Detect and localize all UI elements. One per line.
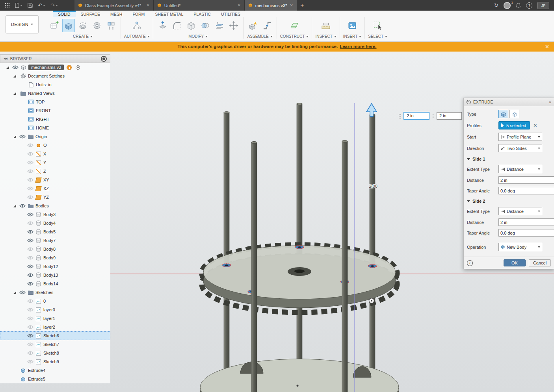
gear-body[interactable]: [202, 245, 397, 312]
tree-item-origin-geometry[interactable]: XY: [0, 176, 110, 184]
visibility-eye-icon[interactable]: [27, 360, 35, 364]
tree-item-sketch[interactable]: layer2: [0, 323, 110, 331]
tree-folder-bodies[interactable]: Bodies: [0, 202, 110, 210]
tree-folder-origin[interactable]: Origin: [0, 132, 110, 141]
notifications-button[interactable]: [516, 3, 521, 8]
visibility-eye-icon[interactable]: [27, 221, 35, 225]
extrude-tool-button[interactable]: [62, 19, 75, 32]
insert-button[interactable]: [346, 19, 359, 32]
ribbon-tab[interactable]: MESH: [105, 11, 127, 17]
tree-folder-sketches[interactable]: Sketches: [0, 288, 110, 297]
tree-item-sketch[interactable]: Sketch7: [0, 340, 110, 349]
visibility-eye-icon[interactable]: [27, 187, 35, 190]
ribbon-tab[interactable]: PLASTIC: [188, 11, 216, 17]
ribbon-tab[interactable]: SOLID: [53, 11, 76, 17]
visibility-eye-icon[interactable]: [27, 195, 35, 199]
tree-item-named-view[interactable]: RIGHT: [0, 115, 110, 124]
side1-taper-field[interactable]: [498, 187, 554, 194]
drag-handle-icon[interactable]: [433, 114, 433, 115]
new-component-button[interactable]: [247, 19, 259, 32]
info-icon[interactable]: i: [467, 260, 473, 266]
shell-button[interactable]: [185, 19, 197, 32]
visibility-eye-icon[interactable]: [27, 273, 35, 277]
assemble-group-dropdown[interactable]: ASSEMBLE: [247, 34, 273, 39]
tree-item-sketch[interactable]: 0: [0, 297, 110, 305]
extrude-type-thin-button[interactable]: [509, 110, 519, 118]
visibility-eye-icon[interactable]: [27, 213, 35, 216]
banner-close-icon[interactable]: ✕: [545, 44, 549, 50]
document-tab[interactable]: Untitled* ✕: [154, 0, 245, 11]
visibility-eye-icon[interactable]: [19, 290, 27, 294]
profiles-selection-chip[interactable]: 5 selected: [498, 121, 530, 129]
select-group-dropdown[interactable]: SELECT: [368, 34, 387, 39]
construct-group-dropdown[interactable]: CONSTRUCT: [280, 34, 309, 39]
measure-button[interactable]: [320, 19, 332, 32]
visibility-eye-icon[interactable]: [27, 308, 35, 312]
side2-distance-input[interactable]: [437, 112, 462, 120]
tree-item-origin-geometry[interactable]: Z: [0, 167, 110, 176]
visibility-eye-icon[interactable]: [27, 230, 35, 234]
expanded-arrow-icon[interactable]: [13, 135, 16, 138]
combine-button[interactable]: [199, 19, 212, 32]
help-button[interactable]: ?: [526, 2, 532, 9]
visibility-eye-icon[interactable]: [27, 239, 35, 242]
visibility-eye-icon[interactable]: [27, 178, 35, 182]
automate-tool-button[interactable]: [130, 19, 143, 32]
visibility-eye-icon[interactable]: [27, 342, 35, 346]
side2-distance-field[interactable]: [498, 218, 554, 226]
create-group-dropdown[interactable]: CREATE: [73, 34, 93, 39]
tree-item-origin-geometry[interactable]: Y: [0, 158, 110, 167]
tree-item-named-view[interactable]: TOP: [0, 98, 110, 106]
expanded-arrow-icon[interactable]: [13, 75, 16, 78]
tree-item-feature-extrude[interactable]: Extrude4: [0, 366, 110, 375]
revolve-tool-button[interactable]: [76, 19, 89, 32]
new-tab-button[interactable]: +: [297, 0, 307, 11]
tree-item-body[interactable]: Body13: [0, 271, 110, 279]
visibility-eye-icon[interactable]: [27, 143, 35, 147]
tree-item-units[interactable]: Units: in: [0, 80, 110, 89]
press-pull-button[interactable]: [156, 19, 169, 32]
side2-section-header[interactable]: Side 2: [467, 199, 551, 203]
tree-item-root[interactable]: mechanisms v3: [0, 63, 110, 72]
cancel-button[interactable]: Cancel: [529, 259, 551, 266]
browser-header[interactable]: ◀◀ BROWSER: [0, 54, 110, 63]
document-tab[interactable]: mechanisms v3* ✕: [245, 0, 297, 11]
clear-selection-icon[interactable]: ✕: [533, 123, 537, 128]
visibility-eye-icon[interactable]: [27, 325, 35, 329]
close-tab-icon[interactable]: ✕: [237, 3, 240, 7]
app-grid-icon[interactable]: [5, 3, 10, 8]
ok-button[interactable]: OK: [504, 259, 526, 266]
expanded-arrow-icon[interactable]: [6, 66, 9, 69]
pattern-tool-button[interactable]: [105, 19, 117, 32]
offset-face-button[interactable]: [213, 19, 226, 32]
tree-item-origin-geometry[interactable]: X: [0, 150, 110, 158]
extrude-type-solid-button[interactable]: [498, 110, 508, 118]
job-status-button[interactable]: ↻: [494, 3, 498, 8]
side1-section-header[interactable]: Side 1: [467, 157, 551, 161]
document-tab[interactable]: Class Example Assembly v4* ✕: [74, 0, 154, 11]
visibility-eye-icon[interactable]: [27, 299, 35, 303]
tree-item-sketch[interactable]: layer1: [0, 314, 110, 323]
visibility-eye-icon[interactable]: [27, 152, 35, 156]
tree-folder-named-views[interactable]: Named Views: [0, 89, 110, 98]
ribbon-tab[interactable]: FORM: [127, 11, 150, 17]
tree-item-named-view[interactable]: FRONT: [0, 106, 110, 115]
base-plate[interactable]: [200, 359, 399, 392]
visibility-eye-icon[interactable]: [19, 135, 27, 139]
ribbon-tab[interactable]: UTILITIES: [216, 11, 245, 17]
ribbon-tab[interactable]: SURFACE: [76, 11, 106, 17]
browser-options-icon[interactable]: [101, 56, 107, 62]
user-avatar-button[interactable]: JP: [537, 2, 549, 9]
expanded-arrow-icon[interactable]: [13, 92, 16, 95]
visibility-eye-icon[interactable]: [27, 169, 35, 173]
shaft-front-right[interactable]: [342, 140, 348, 392]
automate-group-dropdown[interactable]: AUTOMATE: [124, 34, 150, 39]
fillet-button[interactable]: [171, 19, 183, 32]
visibility-eye-icon[interactable]: [27, 282, 35, 286]
profile-circle[interactable]: [295, 246, 304, 249]
tree-item-feature-extrude[interactable]: Extrude5: [0, 375, 110, 383]
tree-item-body[interactable]: Body5: [0, 227, 110, 236]
tree-item-body[interactable]: Body8: [0, 245, 110, 253]
coil-tool-button[interactable]: [91, 19, 103, 32]
direction-dropdown[interactable]: Two Sides: [498, 144, 542, 152]
